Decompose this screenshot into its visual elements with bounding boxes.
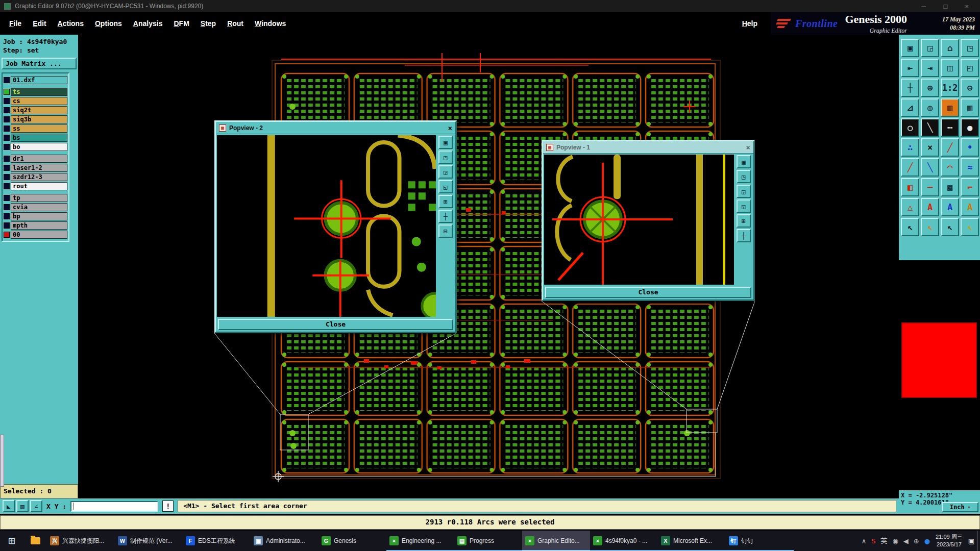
- layer-row[interactable]: siq3b: [4, 115, 67, 123]
- hatch-mode-icon[interactable]: ▨: [16, 500, 29, 512]
- layer-name[interactable]: laser1-2: [11, 164, 67, 172]
- window-titlebar[interactable]: Graphic Editor 9.07b2 (00@HY-HYCAM-PC531…: [0, 0, 980, 12]
- taskbar-item[interactable]: F EDS工程系统: [183, 531, 251, 551]
- input-lang-indicator[interactable]: 英: [881, 536, 888, 545]
- zoom-previous-icon[interactable]: ◳: [961, 39, 979, 57]
- popview-zoom-out-icon[interactable]: ◲: [737, 185, 751, 198]
- cursor-black-icon[interactable]: ↖: [901, 218, 919, 236]
- pan-left-icon[interactable]: ⇤: [901, 59, 919, 77]
- text-blue-icon[interactable]: A: [941, 198, 959, 216]
- window-tile-icon[interactable]: ◰: [961, 59, 979, 77]
- layer-row[interactable]: cs: [4, 96, 67, 105]
- point-select-icon[interactable]: ∴: [901, 138, 919, 157]
- layer-visibility-box[interactable]: [4, 144, 10, 150]
- layer-row[interactable]: cvia: [4, 203, 67, 211]
- maximize-button[interactable]: □: [944, 3, 948, 10]
- popview-grid-icon[interactable]: ⊞: [737, 214, 751, 228]
- start-button[interactable]: ⊞: [0, 531, 23, 551]
- menu-item[interactable]: Analysis: [128, 17, 168, 30]
- sogou-input-icon[interactable]: S: [871, 537, 875, 545]
- popview-2-titlebar[interactable]: ▦ Popview - 2 ×: [216, 122, 455, 134]
- popview-center-icon[interactable]: ┼: [737, 229, 751, 242]
- close-button[interactable]: ×: [965, 3, 969, 10]
- menu-item[interactable]: Windows: [250, 17, 291, 30]
- cursor-orange-icon[interactable]: ↖: [921, 218, 939, 236]
- layer-visibility-box[interactable]: [4, 183, 10, 189]
- zoom-window-icon[interactable]: ◲: [921, 39, 939, 57]
- cursor-gold-icon[interactable]: ↖: [961, 218, 979, 236]
- angle-mode-icon[interactable]: ∠: [30, 500, 42, 512]
- popview-pan-icon[interactable]: ◱: [737, 199, 751, 213]
- xy-input[interactable]: [70, 501, 158, 512]
- popview-zoom-in-icon[interactable]: ◳: [737, 170, 751, 183]
- minimize-button[interactable]: ─: [921, 3, 926, 10]
- layer-name[interactable]: ts: [11, 88, 67, 96]
- layer-name[interactable]: rout: [11, 182, 67, 190]
- selection-preview-square[interactable]: [901, 322, 977, 398]
- layer-name[interactable]: siq3b: [11, 115, 67, 123]
- layer-row[interactable]: bp: [4, 212, 67, 220]
- layer-visibility-box[interactable]: [4, 77, 10, 83]
- security-icon[interactable]: ●: [924, 537, 930, 545]
- layer-name[interactable]: tp: [11, 194, 67, 202]
- grid-toggle-icon[interactable]: ▦: [961, 98, 979, 117]
- layer-visibility-box[interactable]: [4, 165, 10, 171]
- layer-row[interactable]: ts: [4, 87, 67, 96]
- layer-row[interactable]: mpth: [4, 221, 67, 230]
- popview-1-close-icon[interactable]: ×: [746, 143, 750, 152]
- blue-line-tool-icon[interactable]: ╲: [921, 158, 939, 177]
- layer-row[interactable]: bo: [4, 142, 67, 151]
- measure-icon[interactable]: ⊿: [901, 98, 919, 117]
- popview-pan-icon[interactable]: ◱: [438, 180, 453, 193]
- zoom-ratio-icon[interactable]: 1:2: [941, 79, 959, 97]
- popview-fit-icon[interactable]: ▣: [737, 155, 751, 168]
- surface-fill-icon[interactable]: ▩: [941, 178, 959, 196]
- mic-icon[interactable]: ◉: [893, 537, 898, 545]
- layer-row[interactable]: 00: [4, 230, 67, 239]
- popview-1-canvas[interactable]: [544, 155, 734, 285]
- screen-redraw-icon[interactable]: ▣: [901, 39, 919, 57]
- taskbar-item[interactable]: × Graphic Edito...: [522, 531, 590, 551]
- popview-2-close-icon[interactable]: ×: [448, 124, 452, 132]
- action-center-icon[interactable]: ▣: [968, 537, 974, 545]
- network-icon[interactable]: ⊕: [914, 537, 919, 545]
- layer-row[interactable]: bs: [4, 133, 67, 142]
- taskbar-item[interactable]: ▤ Progress: [454, 531, 522, 551]
- menu-item[interactable]: Rout: [222, 17, 249, 30]
- taskbar-item[interactable]: 兴 兴森快捷衡阳...: [47, 531, 115, 551]
- help-menu[interactable]: Help: [737, 17, 763, 30]
- layer-visibility-box[interactable]: [4, 126, 10, 132]
- dash-mode-icon[interactable]: ┅: [941, 118, 959, 137]
- layer-visibility-box[interactable]: [4, 156, 10, 162]
- job-matrix-button[interactable]: Job Matrix ...: [2, 58, 77, 69]
- taskbar-item[interactable]: 钉 钉钉: [726, 531, 794, 551]
- taskbar-item[interactable]: X Microsoft Ex...: [658, 531, 726, 551]
- line-draw-icon[interactable]: ╲: [921, 118, 939, 137]
- layer-name[interactable]: cvia: [11, 203, 67, 211]
- popview-center-icon[interactable]: ┼: [438, 210, 453, 223]
- layer-visibility-box[interactable]: [4, 98, 10, 104]
- text-orange-ic[interactable]: A: [961, 198, 979, 216]
- layer-name[interactable]: szdr12-3: [11, 173, 67, 181]
- layer-name[interactable]: 00: [11, 231, 67, 239]
- pan-center-icon[interactable]: ┼: [901, 79, 919, 97]
- corner-trim-icon[interactable]: ⌐: [961, 178, 979, 196]
- popview-zoom-out-icon[interactable]: ◲: [438, 165, 453, 179]
- pad-swap-icon[interactable]: ◧: [901, 178, 919, 196]
- layer-name[interactable]: siq2t: [11, 106, 67, 114]
- show-desktop-button[interactable]: [977, 531, 980, 551]
- layer-visibility-box[interactable]: [4, 135, 10, 141]
- popview-2-close-button[interactable]: Close: [218, 319, 453, 330]
- menu-item[interactable]: DFM: [168, 17, 194, 30]
- taskbar-item[interactable]: W 制作规范 (Ver...: [115, 531, 183, 551]
- clear-select-icon[interactable]: ×: [921, 138, 939, 157]
- layer-row[interactable]: rout: [4, 182, 67, 190]
- menu-item[interactable]: Options: [90, 17, 127, 30]
- volume-icon[interactable]: ◀: [903, 537, 909, 545]
- layer-visibility-box[interactable]: [4, 232, 10, 238]
- file-explorer-button[interactable]: [23, 531, 47, 551]
- menu-item[interactable]: File: [4, 17, 27, 30]
- layer-row[interactable]: laser1-2: [4, 163, 67, 172]
- layer-visibility-box[interactable]: [4, 222, 10, 229]
- layer-row[interactable]: 01.dxf: [4, 76, 67, 84]
